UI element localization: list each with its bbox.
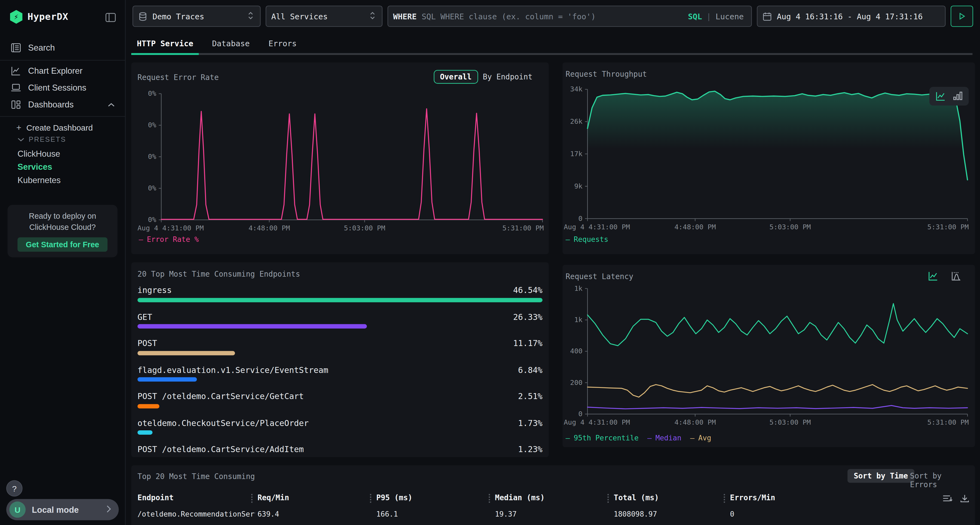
sidebar-collapse-icon[interactable] — [105, 12, 116, 26]
help-button[interactable]: ? — [6, 481, 22, 497]
chart-explorer-icon — [11, 65, 21, 76]
svg-text:Aug 4 4:31:00 PM: Aug 4 4:31:00 PM — [564, 223, 630, 231]
column-header[interactable]: Errors/Min — [730, 493, 775, 502]
table-row[interactable]: /oteldemo.RecommendationServ639.4166.119… — [131, 509, 975, 522]
presets-header[interactable]: PRESETS — [0, 135, 125, 143]
bar-chart-icon[interactable] — [953, 91, 962, 101]
sql-mode-button[interactable]: SQL — [688, 11, 702, 21]
get-started-button[interactable]: Get Started for Free — [18, 237, 108, 252]
svg-text:5:31:00 PM: 5:31:00 PM — [928, 223, 969, 231]
tab-http-service[interactable]: HTTP Service — [131, 36, 199, 51]
column-header[interactable]: Median (ms) — [495, 493, 544, 502]
svg-text:9k: 9k — [574, 182, 582, 190]
service-select[interactable]: All Services — [266, 6, 382, 27]
svg-text:4:48:00 PM: 4:48:00 PM — [248, 224, 290, 232]
toggle-by-endpoint[interactable]: By Endpoint — [478, 70, 538, 83]
card-title: Top 20 Most Time Consuming — [137, 472, 255, 481]
endpoint-bar — [137, 298, 542, 302]
run-query-button[interactable] — [951, 6, 973, 27]
endpoint-percent: 46.54% — [513, 285, 542, 295]
download-icon[interactable] — [960, 494, 969, 503]
source-select[interactable]: Demo Traces — [132, 6, 261, 27]
column-header[interactable]: P95 (ms) — [376, 493, 412, 502]
svg-text:Aug 4 4:31:00 PM: Aug 4 4:31:00 PM — [564, 419, 630, 426]
endpoint-label: POST /oteldemo.CartService/GetCart — [137, 392, 304, 401]
promo-line2: ClickHouse Cloud? — [8, 223, 118, 232]
create-dashboard-button[interactable]: + Create Dashboard — [0, 121, 125, 134]
svg-text:5:03:00 PM: 5:03:00 PM — [770, 419, 811, 426]
sidebar-item-dashboards[interactable]: Dashboards — [0, 96, 125, 113]
lucene-mode-button[interactable]: Lucene — [715, 11, 744, 21]
logo[interactable]: ⚡ HyperDX — [10, 10, 68, 24]
endpoint-label: POST /oteldemo.CartService/AddItem — [137, 445, 304, 454]
endpoint-label: ingress — [137, 285, 172, 295]
line-chart-icon[interactable] — [935, 91, 946, 101]
svg-text:200: 200 — [570, 379, 582, 387]
endpoints-table-card: Top 20 Most Time Consuming Sort by Time … — [131, 465, 975, 525]
clickhouse-cloud-promo: Ready to deploy on ClickHouse Cloud? Get… — [8, 205, 118, 257]
sidebar-item-client-sessions[interactable]: Client Sessions — [0, 79, 125, 96]
latency-card: Request Latency 02004001k1kAug 4 4:31:00… — [562, 265, 975, 447]
sidebar-item-services[interactable]: Services — [0, 162, 125, 172]
endpoint-percent: 2.51% — [518, 392, 542, 401]
endpoint-percent: 11.17% — [513, 338, 542, 347]
error-rate-chart: 0%0%0%0%0%Aug 4 4:31:00 PM4:48:00 PM5:03… — [161, 94, 542, 220]
histogram-icon[interactable] — [951, 271, 961, 281]
play-icon — [958, 13, 965, 20]
column-header[interactable]: Total (ms) — [614, 493, 659, 502]
where-label: WHERE — [393, 11, 417, 21]
error-rate-legend: —Error Rate % — [139, 235, 199, 243]
sidebar: ⚡ HyperDX Search Chart Explorer — [0, 0, 126, 525]
sidebar-item-clickhouse[interactable]: ClickHouse — [0, 149, 125, 159]
database-icon — [138, 11, 147, 21]
sidebar-item-kubernetes[interactable]: Kubernetes — [0, 176, 125, 185]
endpoint-label: flagd.evaluation.v1.Service/EventStream — [137, 365, 328, 374]
column-header[interactable]: Req/Min — [258, 493, 289, 502]
user-label: Local mode — [32, 505, 100, 514]
svg-text:Aug 4 4:31:00 PM: Aug 4 4:31:00 PM — [137, 224, 204, 232]
sort-by-errors-button[interactable]: Sort by Errors — [906, 469, 975, 492]
column-header[interactable]: Endpoint — [137, 493, 174, 502]
endpoint-bar — [137, 430, 153, 435]
avatar: U — [9, 501, 25, 518]
column-drag-handle[interactable] — [488, 494, 491, 503]
time-range-picker[interactable]: Aug 4 16:31:16 - Aug 4 17:31:16 — [757, 6, 945, 27]
where-input[interactable]: WHERE SQL WHERE clause (ex. column = 'fo… — [387, 6, 752, 27]
sort-by-time-button[interactable]: Sort by Time — [848, 469, 914, 483]
user-menu[interactable]: U Local mode — [6, 499, 119, 520]
table-header-row: EndpointReq/MinP95 (ms)Median (ms)Total … — [131, 493, 975, 504]
column-drag-handle[interactable] — [608, 494, 610, 503]
tab-errors[interactable]: Errors — [263, 36, 302, 51]
svg-text:34k: 34k — [570, 85, 582, 93]
svg-text:0%: 0% — [148, 121, 156, 129]
column-drag-handle[interactable] — [251, 494, 254, 503]
table-cell: 639.4 — [258, 509, 279, 518]
endpoint-label: oteldemo.CheckoutService/PlaceOrder — [137, 418, 309, 427]
source-selected-value: Demo Traces — [153, 11, 204, 21]
svg-text:4:48:00 PM: 4:48:00 PM — [675, 419, 716, 426]
svg-text:5:03:00 PM: 5:03:00 PM — [344, 224, 385, 232]
svg-text:5:31:00 PM: 5:31:00 PM — [928, 419, 969, 426]
dashboards-icon — [11, 99, 21, 109]
column-drag-handle[interactable] — [370, 494, 372, 503]
tab-database[interactable]: Database — [206, 36, 255, 51]
time-range-value: Aug 4 16:31:16 - Aug 4 17:31:16 — [777, 11, 923, 21]
svg-text:1k: 1k — [574, 316, 582, 324]
column-drag-handle[interactable] — [724, 494, 726, 503]
svg-text:0: 0 — [579, 410, 582, 418]
card-title: Request Throughput — [566, 70, 647, 79]
svg-text:0: 0 — [579, 215, 582, 222]
sidebar-item-chart-explorer[interactable]: Chart Explorer — [0, 63, 125, 79]
chevron-up-icon[interactable] — [108, 100, 115, 109]
column-settings-icon[interactable] — [942, 494, 953, 503]
svg-text:0%: 0% — [148, 216, 156, 224]
plus-icon: + — [16, 122, 22, 132]
endpoint-bar — [137, 457, 148, 457]
error-rate-toggle: Overall By Endpoint — [434, 70, 538, 84]
legend-item: —95th Percentile — [566, 433, 639, 442]
sidebar-item-search[interactable]: Search — [0, 40, 125, 56]
toggle-overall[interactable]: Overall — [434, 70, 478, 84]
svg-text:0%: 0% — [148, 184, 156, 192]
line-chart-icon[interactable] — [928, 271, 938, 281]
latency-chart: 02004001k1kAug 4 4:31:00 PM4:48:00 PM5:0… — [587, 289, 967, 414]
